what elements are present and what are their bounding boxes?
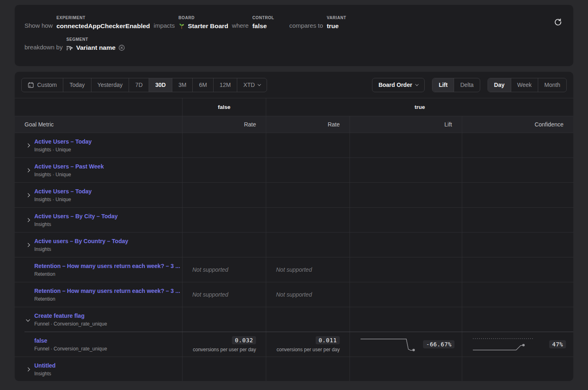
rate-true-value: 0.011 xyxy=(316,336,340,344)
rate-false-value: 0.032 xyxy=(232,336,256,344)
variant-value[interactable]: true xyxy=(327,22,346,30)
metric-link[interactable]: Active Users – Today xyxy=(34,188,92,195)
date-range-xtd[interactable]: XTD xyxy=(237,78,267,92)
board-label: BOARD xyxy=(178,16,228,20)
table-row: Create feature flag Funnel · Conversion_… xyxy=(15,307,573,332)
board-value[interactable]: Starter Board xyxy=(188,22,228,30)
results-table: false true Goal Metric Rate Rate Lift Co… xyxy=(15,98,573,381)
metric-link[interactable]: Active Users – Today xyxy=(34,138,92,145)
date-range-7d[interactable]: 7D xyxy=(129,78,149,92)
variant-group-header-row: false true xyxy=(15,98,573,116)
metric-link[interactable]: Retention – How many users return each w… xyxy=(34,263,180,269)
control-label: CONTROL xyxy=(252,16,274,20)
metric-link[interactable]: false xyxy=(34,337,107,344)
chevron-right-icon[interactable] xyxy=(24,368,31,371)
not-supported-text: Not supported xyxy=(183,291,228,298)
metric-link[interactable]: Untitled xyxy=(34,362,56,369)
granularity-week[interactable]: Week xyxy=(511,78,538,92)
date-range-custom[interactable]: Custom xyxy=(22,78,63,92)
board-term[interactable]: BOARD Starter Board xyxy=(178,16,228,30)
chevron-right-icon[interactable] xyxy=(24,169,31,172)
variant-term[interactable]: VARIANT true xyxy=(327,16,346,30)
segment-value[interactable]: Variant name xyxy=(76,44,116,51)
not-supported-text: Not supported xyxy=(266,291,312,298)
column-header-row: Goal Metric Rate Rate Lift Confidence xyxy=(15,116,573,133)
metric-subtitle: Insights · Unique xyxy=(34,147,92,153)
impacts-text: impacts xyxy=(154,22,175,30)
experiment-sentence-row: Show how EXPERIMENT connectedAppCheckerE… xyxy=(24,16,564,30)
table-row: Untitled Insights xyxy=(15,357,573,381)
query-summary-card: Show how EXPERIMENT connectedAppCheckerE… xyxy=(15,5,573,66)
variant-group-header: true xyxy=(266,98,573,116)
chevron-right-icon[interactable] xyxy=(24,194,31,197)
control-group-header: false xyxy=(182,98,266,116)
results-toolbar: Custom Today Yesterday 7D 30D 3M 6M 12M … xyxy=(15,78,573,92)
refresh-button[interactable] xyxy=(554,18,562,26)
rate-false-header: Rate xyxy=(182,116,266,133)
confidence-value: 47% xyxy=(549,340,566,348)
granularity-toggle: Day Week Month xyxy=(488,78,567,92)
compares-to-text: compares to xyxy=(290,22,323,30)
calendar-icon xyxy=(28,82,34,88)
table-row: Active Users – Today Insights · Unique xyxy=(15,133,573,158)
chevron-down-icon xyxy=(415,82,419,86)
date-range-selector: Custom Today Yesterday 7D 30D 3M 6M 12M … xyxy=(21,78,267,92)
date-range-6m[interactable]: 6M xyxy=(192,78,213,92)
breakdown-sentence-row: breakdown by SEGMENT Variant name xyxy=(24,37,564,51)
metric-subtitle: Retention xyxy=(34,296,180,302)
mode-toggle: Lift Delta xyxy=(432,78,480,92)
segment-label: SEGMENT xyxy=(66,37,125,42)
variant-label: VARIANT xyxy=(327,16,346,20)
metric-subtitle: Insights xyxy=(34,371,56,377)
chevron-down-icon xyxy=(258,82,261,86)
chevron-right-icon[interactable] xyxy=(24,244,31,246)
metric-link[interactable]: Active Users – Past Week xyxy=(34,163,104,170)
segment-filter-icon xyxy=(66,45,73,51)
rate-true-unit: conversions per user per day xyxy=(276,347,340,352)
refresh-icon xyxy=(554,18,562,26)
chevron-right-icon[interactable] xyxy=(24,219,31,222)
metric-subtitle: Insights xyxy=(34,246,128,252)
granularity-month[interactable]: Month xyxy=(538,78,566,92)
remove-segment-button[interactable] xyxy=(118,44,125,51)
show-how-text: Show how xyxy=(24,22,53,30)
control-term[interactable]: CONTROL false xyxy=(252,16,274,30)
date-range-12m[interactable]: 12M xyxy=(213,78,237,92)
metric-subtitle: Insights · Unique xyxy=(34,197,92,202)
date-range-30d[interactable]: 30D xyxy=(149,78,172,92)
segment-term[interactable]: SEGMENT Variant name xyxy=(66,37,125,51)
date-range-today[interactable]: Today xyxy=(63,78,91,92)
chevron-right-icon[interactable] xyxy=(24,144,31,147)
confidence-header: Confidence xyxy=(462,116,573,133)
table-row: Active users – By Country – Today Insigh… xyxy=(15,233,573,257)
not-supported-text: Not supported xyxy=(266,266,312,273)
circle-x-icon xyxy=(118,44,125,51)
goal-metric-header: Goal Metric xyxy=(15,116,182,133)
metric-link[interactable]: Create feature flag xyxy=(34,312,107,319)
table-row: Retention – How many users return each w… xyxy=(15,257,573,282)
metric-subtitle: Funnel · Conversion_rate_unique xyxy=(34,346,107,352)
experiment-term[interactable]: EXPERIMENT connectedAppCheckerEnabled xyxy=(56,16,150,30)
board-order-dropdown[interactable]: Board Order xyxy=(372,78,425,92)
breakdown-by-text: breakdown by xyxy=(24,44,62,51)
lift-value: -66.67% xyxy=(423,340,454,348)
granularity-day[interactable]: Day xyxy=(488,78,511,92)
mode-lift[interactable]: Lift xyxy=(432,78,454,92)
metric-link[interactable]: Active Users – By City – Today xyxy=(34,213,118,219)
experiment-value[interactable]: connectedAppCheckerEnabled xyxy=(56,22,150,30)
metric-subtitle: Insights xyxy=(34,222,118,227)
date-range-3m[interactable]: 3M xyxy=(172,78,192,92)
where-text: where xyxy=(232,22,249,30)
metric-link[interactable]: Retention – How many users return each w… xyxy=(34,288,180,294)
control-value[interactable]: false xyxy=(252,22,274,30)
table-row-child: false Funnel · Conversion_rate_unique 0.… xyxy=(15,332,573,357)
mode-delta[interactable]: Delta xyxy=(454,78,480,92)
table-row: Active Users – By City – Today Insights xyxy=(15,208,573,233)
metric-link[interactable]: Active users – By Country – Today xyxy=(34,238,128,244)
chevron-down-icon[interactable] xyxy=(24,318,31,321)
table-row: Active Users – Past Week Insights · Uniq… xyxy=(15,158,573,183)
experiment-label: EXPERIMENT xyxy=(56,16,150,20)
date-range-yesterday[interactable]: Yesterday xyxy=(91,78,129,92)
table-row: Retention – How many users return each w… xyxy=(15,282,573,307)
lift-header: Lift xyxy=(350,116,462,133)
